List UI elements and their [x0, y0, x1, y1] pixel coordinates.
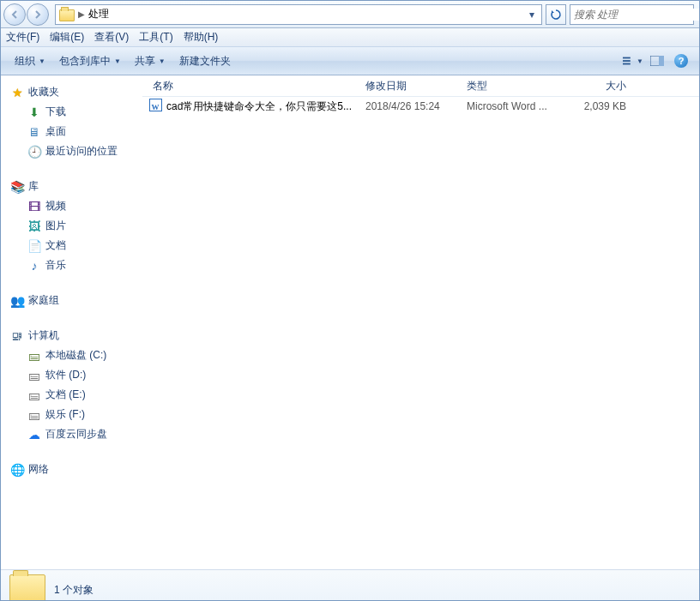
tree-label: 软件 (D:): [45, 368, 86, 382]
forward-button[interactable]: [27, 3, 49, 26]
tree-label: 计算机: [28, 328, 59, 343]
tree-label: 家庭组: [28, 293, 59, 308]
view-options-button[interactable]: ▼: [622, 51, 644, 70]
tree-music[interactable]: ♪音乐: [4, 255, 139, 275]
computer-icon: 🖳: [9, 328, 25, 344]
share-label: 共享: [135, 54, 155, 69]
star-icon: ★: [9, 85, 25, 100]
tree-network[interactable]: 🌐网络: [4, 460, 139, 479]
tree-label: 收藏夹: [28, 85, 59, 99]
homegroup-icon: 👥: [9, 293, 25, 309]
desktop-icon: 🖥: [27, 124, 42, 140]
details-pane: 1 个对象: [1, 569, 699, 601]
new-folder-label: 新建文件夹: [179, 54, 231, 69]
command-bar: 组织▼ 包含到库中▼ 共享▼ 新建文件夹 ▼ ?: [1, 47, 699, 75]
file-type: Microsoft Word ...: [462, 100, 563, 112]
tree-label: 桌面: [45, 124, 66, 139]
menu-edit[interactable]: 编辑(E): [50, 30, 84, 45]
tree-libraries[interactable]: 📚库: [4, 177, 139, 196]
tree-computer[interactable]: 🖳计算机: [4, 326, 139, 346]
drive-icon: 🖴: [27, 388, 42, 403]
hdd-icon: 🖴: [27, 348, 42, 364]
chevron-down-icon: ▼: [39, 57, 45, 65]
tree-label: 娱乐 (F:): [45, 407, 85, 422]
tree-label: 音乐: [45, 258, 66, 273]
svg-rect-6: [659, 56, 664, 66]
column-type[interactable]: 类型: [462, 79, 563, 93]
svg-rect-3: [623, 60, 631, 62]
tree-favorites[interactable]: ★收藏夹: [4, 82, 139, 102]
tree-documents[interactable]: 📄文档: [4, 236, 139, 255]
recent-icon: 🕘: [27, 144, 42, 159]
documents-icon: 📄: [27, 238, 42, 254]
menu-view[interactable]: 查看(V): [94, 30, 129, 45]
drive-icon: 🖴: [27, 368, 42, 383]
word-doc-icon: [148, 99, 163, 114]
network-icon: 🌐: [9, 462, 25, 478]
svg-rect-4: [623, 63, 631, 65]
new-folder-button[interactable]: 新建文件夹: [172, 54, 238, 69]
tree-pictures[interactable]: 🖼图片: [4, 216, 139, 236]
list-item[interactable]: cad常用快捷键命令大全，你只需要这5... 2018/4/26 15:24 M…: [142, 97, 699, 116]
preview-pane-button[interactable]: [646, 51, 668, 70]
tree-homegroup[interactable]: 👥家庭组: [4, 291, 139, 310]
organize-label: 组织: [15, 54, 35, 69]
column-date[interactable]: 修改日期: [360, 79, 462, 93]
details-summary: 1 个对象: [54, 583, 94, 598]
tree-label: 文档: [45, 238, 66, 253]
folder-large-icon: [9, 574, 45, 602]
video-icon: 🎞: [27, 199, 42, 214]
tree-label: 文档 (E:): [45, 388, 86, 402]
address-segment[interactable]: 处理: [88, 7, 109, 21]
tree-label: 百度云同步盘: [45, 427, 107, 442]
help-icon: ?: [674, 54, 688, 68]
tree-recent[interactable]: 🕘最近访问的位置: [4, 141, 139, 161]
organize-button[interactable]: 组织▼: [8, 54, 52, 69]
tree-label: 下载: [45, 105, 66, 119]
drive-icon: 🖴: [27, 407, 42, 423]
column-name[interactable]: 名称: [148, 79, 360, 93]
file-name: cad常用快捷键命令大全，你只需要这5...: [163, 99, 360, 114]
back-button[interactable]: [3, 3, 26, 26]
menu-tools[interactable]: 工具(T): [139, 30, 172, 45]
column-header-row: 名称 修改日期 类型 大小: [142, 75, 699, 97]
library-icon: 📚: [9, 179, 25, 195]
share-button[interactable]: 共享▼: [128, 54, 172, 69]
music-icon: ♪: [27, 258, 42, 273]
refresh-button[interactable]: [546, 4, 566, 25]
cloud-icon: ☁: [27, 427, 42, 442]
svg-rect-2: [623, 57, 631, 59]
tree-videos[interactable]: 🎞视频: [4, 196, 139, 216]
tree-desktop[interactable]: 🖥桌面: [4, 122, 139, 141]
folder-icon: [59, 9, 75, 21]
chevron-down-icon: ▼: [159, 57, 166, 65]
tree-drive-e[interactable]: 🖴文档 (E:): [4, 385, 139, 405]
chevron-down-icon: ▼: [114, 57, 121, 65]
include-library-button[interactable]: 包含到库中▼: [52, 54, 128, 69]
pictures-icon: 🖼: [27, 219, 42, 234]
search-box[interactable]: [570, 4, 694, 25]
help-button[interactable]: ?: [670, 51, 692, 70]
menu-file[interactable]: 文件(F): [6, 30, 39, 45]
tree-label: 库: [28, 179, 39, 194]
tree-drive-d[interactable]: 🖴软件 (D:): [4, 365, 139, 385]
column-size[interactable]: 大小: [563, 79, 631, 93]
menu-help[interactable]: 帮助(H): [184, 30, 219, 45]
tree-baidu-cloud[interactable]: ☁百度云同步盘: [4, 424, 139, 444]
tree-label: 最近访问的位置: [45, 144, 118, 159]
address-bar[interactable]: ▶ 处理 ▾: [55, 4, 542, 25]
address-dropdown[interactable]: ▾: [526, 9, 538, 21]
tree-drive-c[interactable]: 🖴本地磁盘 (C:): [4, 346, 139, 365]
chevron-right-icon: ▶: [78, 9, 85, 19]
file-list-pane: 名称 修改日期 类型 大小 cad常用快捷键命令大全，你只需要这5... 201…: [142, 75, 699, 569]
tree-drive-f[interactable]: 🖴娱乐 (F:): [4, 405, 139, 424]
tree-label: 视频: [45, 199, 66, 213]
download-icon: ⬇: [27, 105, 42, 120]
search-input[interactable]: [574, 9, 700, 21]
file-date: 2018/4/26 15:24: [360, 100, 462, 112]
include-label: 包含到库中: [59, 54, 111, 69]
file-size: 2,039 KB: [563, 100, 631, 112]
tree-downloads[interactable]: ⬇下载: [4, 102, 139, 122]
tree-label: 网络: [28, 462, 49, 477]
navigation-pane: ★收藏夹 ⬇下载 🖥桌面 🕘最近访问的位置 📚库 🎞视频 🖼图片 📄文档 ♪音乐…: [1, 75, 142, 569]
